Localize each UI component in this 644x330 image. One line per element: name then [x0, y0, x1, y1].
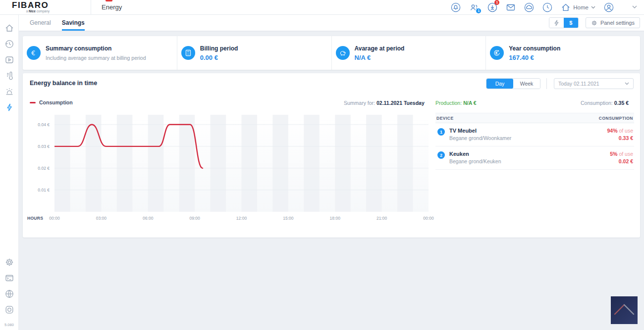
- sidebar-item-energy[interactable]: [4, 102, 14, 112]
- device-consumption-table: DEVICE CONSUMPTION 1 TV Meubel Begane gr…: [435, 113, 634, 170]
- profile-icon[interactable]: [604, 2, 614, 12]
- fibaro-logo[interactable]: FIBARO a Nice company: [12, 1, 91, 13]
- unit-currency-toggle[interactable]: $: [564, 18, 578, 28]
- euro-cycle-circle-icon: [490, 46, 504, 60]
- chart-plot-area[interactable]: [54, 115, 429, 212]
- gear-icon: [591, 20, 597, 26]
- table-row[interactable]: 2 Keuken Begane grond/Keuken 5% of use 0…: [435, 146, 634, 170]
- piggy-bank-circle-icon: [336, 46, 350, 60]
- y-tick-label: 0.03 €: [38, 144, 50, 149]
- x-tick-label: 00:00: [423, 216, 433, 221]
- table-row[interactable]: 1 TV Meubel Begane grond/Woonkamer 94% o…: [435, 123, 634, 146]
- chart-title: Energy balance in time: [30, 80, 97, 87]
- sidebar-item-network[interactable]: [4, 289, 14, 299]
- card-title: Avarage at period: [355, 45, 405, 52]
- logo-tagline: a Nice company: [12, 10, 50, 13]
- legend-dash-icon: [30, 102, 36, 103]
- sidebar-item-settings[interactable]: [4, 257, 14, 267]
- tab-savings[interactable]: Savings: [62, 15, 85, 31]
- sidebar-item-gateway[interactable]: [4, 305, 14, 315]
- panel-settings-button[interactable]: Panel settings: [586, 17, 640, 28]
- day-button[interactable]: Day: [486, 79, 513, 89]
- x-tick-label: 03:00: [96, 216, 107, 221]
- consumption-column-header: CONSUMPTION: [599, 116, 633, 121]
- messages-icon[interactable]: [506, 2, 516, 12]
- updates-icon[interactable]: 1: [487, 2, 497, 12]
- y-tick-label: 0.01 €: [38, 188, 50, 192]
- y-tick-label: 0.04 €: [38, 122, 50, 127]
- sidebar-item-climate[interactable]: [4, 71, 14, 81]
- date-dropdown[interactable]: Today 02.11.2021: [554, 78, 634, 89]
- page-title: Energy: [102, 3, 122, 11]
- rank-badge: 2: [437, 151, 445, 159]
- energy-balance-card: Energy balance in time Day Week Today 02…: [23, 73, 640, 237]
- top-bar: FIBARO a Nice company Energy 1 1: [0, 0, 644, 15]
- summary-for-text: Summary for:02.11.2021 Tuesday: [344, 100, 425, 106]
- week-button[interactable]: Week: [513, 79, 540, 89]
- x-tick-label: 18:00: [330, 216, 340, 221]
- x-tick-label: 21:00: [376, 216, 387, 221]
- device-location: Begane grond/Woonkamer: [449, 135, 511, 141]
- clock-icon[interactable]: [542, 2, 552, 12]
- card-value: 0.00 €: [200, 54, 238, 61]
- x-tick-label: 12:00: [236, 216, 247, 221]
- header-divider: [91, 0, 91, 15]
- usage-percent: 94% of use: [607, 128, 633, 134]
- sidebar-item-history[interactable]: [4, 39, 14, 49]
- users-icon[interactable]: 1: [469, 2, 479, 12]
- tab-controls: $ Panel settings: [549, 15, 644, 31]
- home-label: Home: [573, 4, 589, 10]
- sidebar-bottom-group: 5.080: [4, 257, 14, 330]
- device-column-header: DEVICE: [436, 116, 454, 121]
- card-title: Year consumption: [509, 45, 560, 52]
- home-selector[interactable]: Home: [561, 2, 595, 12]
- header-icon-group: 1 1: [451, 2, 637, 12]
- y-tick-label: 0.02 €: [38, 166, 50, 171]
- device-name: TV Meubel: [449, 128, 511, 134]
- controls-divider: [546, 78, 547, 89]
- consumption-chart-plot: [54, 115, 429, 212]
- main-content: Summary consumption Including average su…: [19, 31, 644, 237]
- device-name: Keuken: [449, 151, 501, 157]
- logo-text: FIBARO: [12, 1, 50, 9]
- sidebar-item-console[interactable]: [4, 273, 14, 283]
- tab-bar: General Savings $ Panel settings: [19, 15, 644, 31]
- consumption-total: Consumption:0.35 €: [581, 100, 629, 106]
- device-location: Begane grond/Keuken: [449, 158, 501, 164]
- card-value: N/A €: [355, 54, 405, 61]
- unit-energy-toggle[interactable]: [549, 18, 564, 28]
- cloud-icon[interactable]: [524, 2, 534, 12]
- usage-cost: 0.33 €: [607, 135, 633, 141]
- average-period-card: Avarage at period N/A €: [331, 36, 486, 70]
- summary-consumption-card: Summary consumption Including average su…: [23, 36, 177, 70]
- usage-cost: 0.02 €: [610, 158, 633, 164]
- notification-sliver: [106, 0, 112, 1]
- panel-settings-label: Panel settings: [600, 20, 635, 26]
- summary-for-date: 02.11.2021 Tuesday: [376, 100, 425, 106]
- date-dropdown-value: Today 02.11.2021: [558, 81, 599, 87]
- legend-label: Consumption: [39, 99, 73, 105]
- header-caret-icon[interactable]: [622, 2, 637, 12]
- sidebar-nav: 5.080: [0, 15, 19, 330]
- rank-badge: 1: [437, 128, 445, 136]
- sidebar-item-home[interactable]: [4, 23, 14, 33]
- usage-percent: 5% of use: [610, 151, 633, 157]
- updates-badge: 1: [494, 0, 499, 5]
- sidebar-item-media[interactable]: [4, 55, 14, 65]
- version-label: 5.080: [4, 323, 14, 327]
- tab-general[interactable]: General: [30, 15, 51, 31]
- lightning-icon: [554, 20, 559, 26]
- x-tick-label: 09:00: [189, 216, 200, 221]
- billing-period-card: Billing period 0.00 €: [177, 36, 331, 70]
- year-consumption-card: Year consumption 167.40 €: [485, 36, 640, 70]
- chart-y-axis: 0.04 €0.03 €0.02 €0.01 €: [23, 115, 50, 212]
- chevron-down-icon: [591, 6, 595, 9]
- alarm-icon[interactable]: [451, 2, 461, 12]
- table-header: DEVICE CONSUMPTION: [435, 113, 634, 123]
- users-badge: 1: [476, 8, 481, 13]
- card-subtitle: Including average summary at billing per…: [46, 55, 146, 61]
- scroll-top-widget[interactable]: [611, 296, 638, 324]
- unit-toggle: $: [549, 17, 579, 28]
- production-total: Production:N/A €: [435, 100, 477, 106]
- sidebar-item-alarm[interactable]: [4, 87, 14, 96]
